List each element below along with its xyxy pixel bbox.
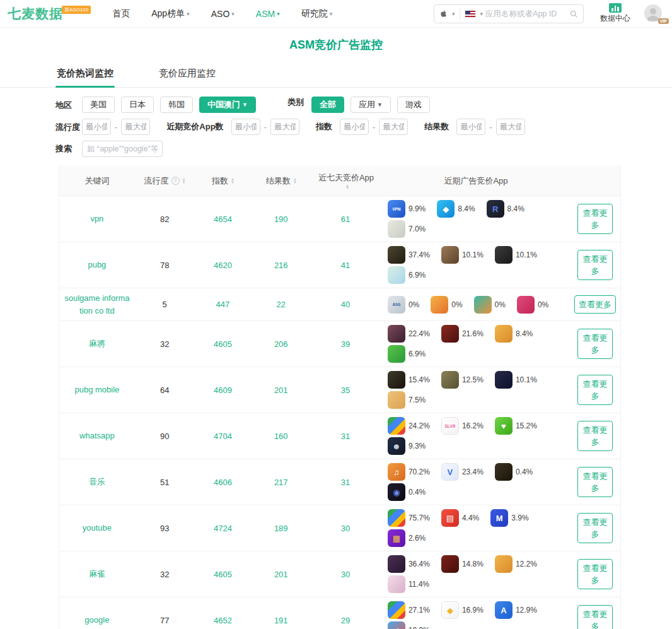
range-max-input[interactable] [270,119,299,135]
yellow-pin-app-icon[interactable]: ◆ [441,601,459,619]
sort-icon[interactable]: ▲▼ [182,178,186,184]
view-more-button[interactable]: 查看更多 [577,421,613,451]
keyword-link[interactable]: soulgame information co ltd [59,292,135,317]
teal-parrot-app-icon[interactable] [474,296,492,314]
category-option-2[interactable]: 应用▼ [350,97,391,113]
qimai-logo[interactable]: 七麦数据 原ASO100 [8,4,91,23]
view-more-button[interactable]: 查看更多 [577,250,613,280]
anime-girl-app-icon[interactable] [388,575,405,593]
gold-dark-app-icon[interactable] [495,463,513,481]
soldier-app-icon[interactable] [441,371,459,389]
range-max-input[interactable] [496,119,525,135]
data-center-link[interactable]: 数据中心 [600,3,630,24]
nav-item-3[interactable]: ASO▾ [211,9,235,19]
range-min-input[interactable] [456,119,485,135]
keyword-link[interactable]: 麻將 [59,338,135,350]
letter-r-dark-app-icon[interactable]: R [487,200,504,218]
range-min-input[interactable] [231,119,260,135]
keyword-link[interactable]: google [59,614,135,626]
shield-lock-app-icon[interactable]: ◆ [437,200,455,218]
view-more-button[interactable]: 查看更多 [577,605,613,629]
v-music-app-icon[interactable]: V [441,463,459,481]
brown-character-app-icon[interactable] [441,246,459,264]
region-option-3[interactable]: 韩国 [160,97,193,113]
sort-icon[interactable]: ▲▼ [293,178,297,184]
view-more-button[interactable]: 查看更多 [577,329,613,359]
us-flag-icon[interactable] [465,10,476,18]
google-maps-app-icon[interactable] [388,417,405,435]
tan-casual-app-icon[interactable] [388,391,405,409]
view-more-button[interactable]: 查看更多 [577,513,613,543]
google-maps-app-icon[interactable] [388,601,405,619]
mahjong-dark-app-icon[interactable] [388,325,405,343]
view-more-button[interactable]: 查看更多 [577,375,613,405]
chevron-down-icon[interactable]: ▾ [480,11,484,17]
red-calendar-app-icon[interactable]: ▤ [441,509,459,527]
column-header-3[interactable]: 指数▲▼ [195,171,252,191]
region-option-2[interactable]: 日本 [121,97,154,113]
search-input[interactable] [485,9,567,18]
column-header-4[interactable]: 结果数▲▼ [252,171,311,191]
vpn-shield-app-icon[interactable]: VPN [388,200,405,218]
pink-tiles-app-icon[interactable] [517,296,535,314]
emperor-gold-app-icon[interactable] [495,325,513,343]
apple-platform-icon[interactable] [439,9,448,18]
keyword-link[interactable]: pubg mobile [59,384,135,396]
chevron-down-icon[interactable]: ▾ [452,11,455,17]
purple-grid-app-icon[interactable]: ▦ [388,529,405,547]
blue-m-app-icon[interactable]: M [490,509,508,527]
keyword-link[interactable]: youtube [59,522,135,534]
column-header-5[interactable]: 近七天竞价App▲▼ [311,168,381,194]
search-icon[interactable] [569,9,578,18]
range-max-input[interactable] [379,119,408,135]
user-avatar[interactable]: VIP [644,4,663,23]
keyword-link[interactable]: whatsapp [59,430,135,442]
red-warrior-app-icon[interactable] [441,555,459,573]
red-dragon-app-icon[interactable] [441,325,459,343]
fantasy-warrior-app-icon[interactable] [388,555,405,573]
tab-app-bidding-monitor[interactable]: 竞价应用监控 [158,62,217,87]
emperor-gold-app-icon[interactable] [495,555,513,573]
nav-item-1[interactable]: 首页 [112,8,130,20]
range-min-input[interactable] [82,119,111,135]
sort-icon[interactable]: ▲▼ [231,178,235,184]
mahjong-green-app-icon[interactable] [388,345,405,363]
keyword-link[interactable]: vpn [59,213,135,225]
military-shooter-app-icon[interactable] [388,246,405,264]
google-maps-app-icon[interactable] [388,509,405,527]
keyword-search-input[interactable] [82,141,163,157]
category-option-3[interactable]: 游戏 [397,97,430,113]
keyword-link[interactable]: 麻雀 [59,568,135,580]
view-more-button[interactable]: 查看更多 [577,467,613,497]
nav-item-4[interactable]: ASM▾ [256,9,280,19]
check-blue-red-app-icon[interactable]: ✓ [388,621,405,629]
orange-radio-app-icon[interactable]: ♫ [388,463,405,481]
orange-fish-app-icon[interactable] [431,296,448,314]
view-more-button[interactable]: 查看更多 [574,295,616,314]
call-of-duty-app-icon[interactable] [388,371,405,389]
gray-card-app-icon[interactable]: Ahb [388,296,405,314]
view-more-button[interactable]: 查看更多 [577,204,613,234]
camera-lens-app-icon[interactable]: ◉ [388,483,405,501]
translate-blue-app-icon[interactable]: A [495,601,513,619]
region-option-4[interactable]: 中国澳门▼ [199,97,256,113]
category-option-1[interactable]: 全部 [311,97,344,113]
keyword-link[interactable]: pubg [59,259,135,271]
dark-figure-app-icon[interactable] [495,246,513,264]
help-icon[interactable]: ? [171,177,180,185]
column-header-2[interactable]: 流行度?▲▼ [135,171,195,191]
bunny-casual-app-icon[interactable] [388,266,405,284]
view-more-button[interactable]: 查看更多 [577,559,613,589]
slvr-white-app-icon[interactable]: SLVR [441,417,459,435]
nav-item-5[interactable]: 研究院▾ [301,8,333,20]
range-max-input[interactable] [121,119,150,135]
region-option-1[interactable]: 美国 [82,97,115,113]
tab-keyword-bidding-monitor[interactable]: 竞价热词监控 [55,62,115,87]
range-min-input[interactable] [340,119,369,135]
sort-icon[interactable]: ▲▼ [345,184,349,190]
hand-globe-gray-app-icon[interactable] [388,220,405,238]
navy-shooter-app-icon[interactable] [495,371,513,389]
green-heart-app-icon[interactable]: ♥ [495,417,513,435]
dark-contact-app-icon[interactable]: ☻ [388,437,405,455]
keyword-link[interactable]: 音乐 [59,476,135,488]
